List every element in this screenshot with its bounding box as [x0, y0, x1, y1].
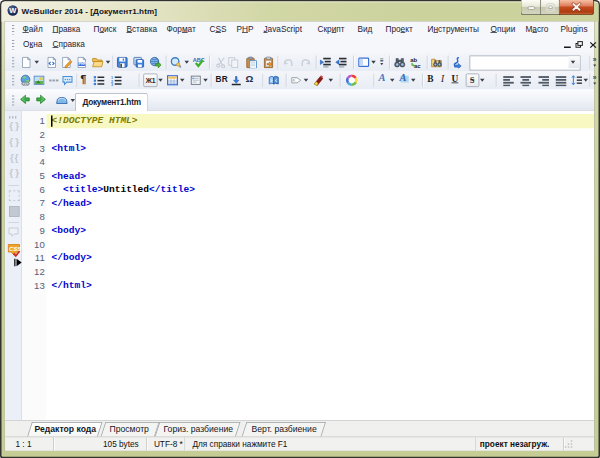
svg-text:CSS: CSS — [9, 246, 21, 252]
svg-text:ac: ac — [414, 62, 421, 68]
svg-text:PHP: PHP — [78, 62, 86, 66]
svg-text:3: 3 — [111, 83, 113, 86]
